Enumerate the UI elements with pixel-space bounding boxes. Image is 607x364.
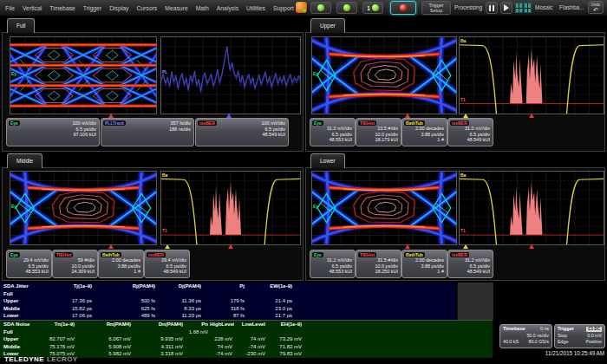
eye-diagram-svg [10, 37, 156, 114]
tab-middle[interactable]: Middle [7, 153, 42, 168]
bathtub-trace-marker[interactable]: Ba [460, 173, 466, 178]
menu-item-measure[interactable]: Measure [165, 5, 187, 11]
eye-trace-marker[interactable]: Ey [11, 205, 16, 209]
bathtub-position-marker[interactable] [463, 244, 468, 249]
timebase-summary-box[interactable]: Timebase0 ns 50.0 ns/div 40.0 kS80.0 GS/… [499, 324, 552, 348]
tab-label: Upper [320, 23, 336, 29]
trigger-position-marker[interactable] [108, 244, 114, 249]
descriptor-line: 6.5 ps/div [312, 263, 352, 270]
eye-diagram-plot[interactable]: Ey [311, 171, 457, 245]
timebase-samples: 40.0 kS [503, 339, 519, 346]
tiehist-descriptor[interactable]: TIEHist 23.5 #/div10.0 ps/div18.179 kUI [356, 118, 401, 146]
row-label: Middle [0, 305, 50, 313]
col-header: EH(1e-9) [267, 321, 304, 328]
plltrack-descriptor[interactable]: PLLTrack 357 fs/div188 ns/div [101, 118, 194, 146]
pause-button[interactable] [486, 2, 498, 14]
menu-item-trigger[interactable]: Trigger [83, 5, 101, 11]
tab-upper[interactable]: Upper [310, 18, 345, 33]
eye-diagram-plot[interactable]: Ey [311, 36, 457, 114]
pause-icon [489, 5, 494, 11]
bathtub-plot[interactable]: Ba T1 [160, 171, 301, 245]
bathtub-plot[interactable]: Ba T1 [459, 171, 604, 245]
descriptor-line: 6.5 ps/div [9, 127, 96, 133]
mosaic-label[interactable]: Mosaic [535, 0, 553, 16]
cell [133, 328, 185, 336]
cell: 8.33 ps [157, 305, 203, 313]
descriptor-line: 48.549 kUI [198, 132, 285, 138]
isober-descriptor[interactable]: isoBER 31.0 mV/div6.5 ps/div48.549 kUI [447, 118, 493, 146]
app-icon[interactable] [296, 2, 307, 13]
trigger-setup-button[interactable]: Trigger Setup [421, 1, 451, 15]
menu-item-math[interactable]: Math [196, 5, 209, 11]
histogram-position-marker[interactable] [529, 114, 534, 118]
eye-diagram-svg [312, 37, 456, 114]
flashback-label[interactable]: Flashba... [559, 0, 584, 16]
stop-trigger-button[interactable] [390, 1, 416, 15]
pll-track-plot[interactable]: PL [160, 36, 301, 114]
menu-item-file[interactable]: File [5, 5, 15, 11]
menu-item-timebase[interactable]: Timebase [49, 5, 75, 11]
mosaic-grid-icon[interactable] [515, 3, 532, 13]
tab-full[interactable]: Full [7, 18, 35, 33]
isober-descriptor[interactable]: isoBER 31.2 mV/div6.5 ps/div48.549 kUI [447, 250, 493, 278]
descriptor-line: 2.00 decades [404, 126, 444, 132]
tiehist-descriptor[interactable]: TIEHist 59 #/div10.0 ps/div24.309 kUI [52, 250, 98, 278]
undo-button[interactable]: Undo ↶ [588, 1, 604, 14]
tab-lower[interactable]: Lower [310, 153, 345, 168]
eye-diagram-plot[interactable]: Ey [10, 171, 157, 245]
descriptor-line: 48.549 kUI [450, 137, 490, 143]
eye-trace-marker[interactable]: Ey [313, 205, 318, 209]
eye-descriptor[interactable]: Eye 29.4 mV/div6.5 ps/div48.553 kUI [6, 250, 52, 278]
menu-item-support[interactable]: Support [273, 5, 294, 11]
menu-item-analysis[interactable]: Analysis [217, 5, 238, 11]
col-header: Pj [203, 283, 246, 290]
bathtub-svg [161, 172, 300, 244]
eye-descriptor[interactable]: Eye 100 mV/div6.5 ps/div97.106 kUI [6, 118, 100, 146]
cell [267, 328, 304, 336]
cell: 3.318 mV [133, 350, 185, 358]
cell: 75.176 mV [39, 343, 76, 351]
normal-trigger-button[interactable] [336, 2, 357, 14]
single-trigger-button[interactable]: 1 [362, 2, 383, 14]
pll-trace-marker[interactable]: PL [162, 70, 167, 75]
eye-descriptor[interactable]: Eye 31.2 mV/div6.5 ps/div48.553 kUI [310, 250, 356, 278]
bathtub-plot[interactable]: Ba T1 [459, 36, 604, 114]
trigger-summary-box[interactable]: TriggerC1 DC Stop0.0 mV EdgePositive [554, 324, 605, 348]
auto-trigger-button[interactable] [310, 2, 331, 14]
menu-item-vertical[interactable]: Vertical [23, 5, 42, 11]
descriptor-line: 3.88 ps/div [404, 132, 444, 138]
descriptor-line: 97.106 kUI [9, 132, 96, 138]
tie-trace-marker[interactable]: T1 [162, 229, 167, 233]
eye-trace-marker[interactable]: Ey [313, 72, 318, 76]
isober-descriptor[interactable]: isoBER 100 mV/div6.5 ps/div48.549 kUI [195, 118, 289, 146]
col-header: LowLevel [234, 321, 267, 328]
bathtub-descriptor[interactable]: BathTub 2.00 decades3.88 ps/div1 # [401, 250, 447, 278]
menu-item-display[interactable]: Display [109, 5, 128, 11]
histogram-position-marker[interactable] [228, 244, 233, 249]
jitter-table-header: SDA JitterTj(1e-9)Rj(PAM4)Dj(PAM4)PjEW(1… [0, 283, 456, 290]
trigger-position-marker[interactable] [405, 244, 410, 249]
panel-frame: Ey Ba T1 Eye 31.0 mV/div6.5 ps/div48.553… [305, 32, 605, 152]
play-button[interactable] [500, 2, 512, 14]
histogram-position-marker[interactable] [529, 244, 534, 249]
timebase-scale: 50.0 ns/div [526, 333, 549, 340]
descriptor-line: 6.5 ps/div [147, 263, 186, 270]
menu-item-utilities[interactable]: Utilities [246, 5, 265, 11]
eye-diagram-plot[interactable]: Ey [10, 36, 157, 114]
bathtub-descriptor[interactable]: BathTub 2.00 decades3.88 ps/div1 # [98, 250, 144, 278]
bathtub-position-marker[interactable] [165, 244, 170, 249]
row-label: Upper [0, 335, 39, 343]
eye-trace-marker[interactable]: Ey [11, 72, 16, 76]
bathtub-descriptor[interactable]: BathTub 2.00 decades3.88 ps/div1 # [401, 118, 447, 146]
descriptor-line: 48.549 kUI [147, 269, 186, 275]
descriptor-line: 3.88 ps/div [101, 263, 140, 270]
tie-trace-marker[interactable]: T1 [460, 98, 466, 102]
bathtub-trace-marker[interactable]: Ba [460, 39, 466, 43]
tiehist-descriptor[interactable]: TIEHist 31.5 #/div10.0 ps/div18.250 kUI [356, 250, 401, 278]
eye-descriptor[interactable]: Eye 31.0 mV/div6.5 ps/div48.553 kUI [310, 118, 356, 146]
isober-descriptor[interactable]: isoBER 29.4 mV/div6.5 ps/div48.549 kUI [144, 250, 190, 278]
tie-trace-marker[interactable]: T1 [460, 229, 466, 233]
bathtub-trace-marker[interactable]: Ba [162, 173, 167, 178]
menu-item-cursors[interactable]: Cursors [136, 5, 157, 11]
row-label: Upper [0, 297, 50, 305]
